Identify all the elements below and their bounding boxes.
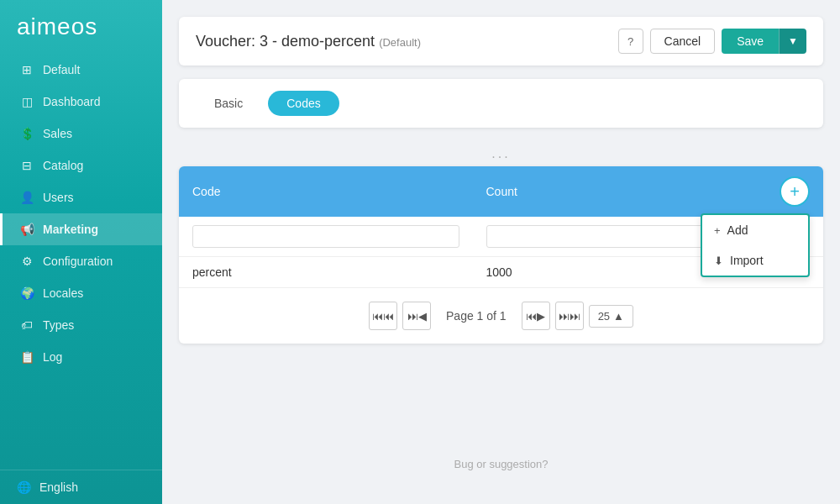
sidebar-nav: ⊞ Default ◫ Dashboard 💲 Sales ⊟ Catalog … xyxy=(0,54,162,470)
code-input[interactable] xyxy=(192,225,459,248)
dropdown-import-item[interactable]: ⬇ Import xyxy=(702,245,808,276)
last-page-button[interactable]: ⏭ xyxy=(555,302,584,330)
users-icon: 👤 xyxy=(19,191,34,204)
plus-icon: + xyxy=(714,224,721,237)
table-card: Code Count + + Add xyxy=(179,166,823,344)
tab-card: Basic Codes xyxy=(179,79,823,128)
pagination: ⏮ ◀ Page 1 of 1 ▶ ⏭ 25 ▲ xyxy=(179,288,823,344)
locales-icon: 🌍 xyxy=(19,286,34,300)
types-icon: 🏷 xyxy=(19,318,34,332)
col-header-count: Count xyxy=(473,166,767,217)
save-button[interactable]: Save xyxy=(722,29,779,54)
sidebar-item-types[interactable]: 🏷 Types xyxy=(0,309,162,341)
marketing-icon: 📢 xyxy=(19,223,34,236)
configuration-icon: ⚙ xyxy=(19,255,34,268)
next-page-button[interactable]: ▶ xyxy=(522,302,550,330)
prev-page-button[interactable]: ◀ xyxy=(402,302,431,330)
add-dropdown-menu: + Add ⬇ Import xyxy=(701,213,810,277)
tab-codes[interactable]: Codes xyxy=(268,91,339,116)
page-info: Page 1 of 1 xyxy=(436,309,517,323)
code-value-cell: percent xyxy=(179,257,473,288)
sidebar-item-log[interactable]: 📋 Log xyxy=(0,341,162,373)
catalog-icon: ⊟ xyxy=(19,159,34,172)
ellipsis: ... xyxy=(179,141,823,166)
add-btn-wrapper: + + Add ⬇ Import xyxy=(780,176,810,207)
import-icon: ⬇ xyxy=(714,255,723,267)
code-input-cell xyxy=(179,217,473,257)
main-content: Voucher: 3 - demo-percent (Default) ? Ca… xyxy=(162,0,840,504)
dropdown-add-item[interactable]: + Add xyxy=(702,215,808,245)
sidebar-item-default[interactable]: ⊞ Default xyxy=(0,54,162,86)
codes-table: Code Count + + Add xyxy=(179,166,823,288)
footer: Bug or suggestion? xyxy=(179,441,823,487)
sidebar-item-marketing[interactable]: 📢 Marketing xyxy=(0,213,162,245)
sidebar-item-users[interactable]: 👤 Users xyxy=(0,181,162,213)
language-icon: 🌐 xyxy=(17,480,31,494)
first-page-button[interactable]: ⏮ xyxy=(369,302,397,330)
save-caret-button[interactable]: ▼ xyxy=(779,29,806,54)
sidebar: aimeos ⊞ Default ◫ Dashboard 💲 Sales ⊟ C… xyxy=(0,0,162,504)
header-card: Voucher: 3 - demo-percent (Default) ? Ca… xyxy=(179,17,823,66)
grid-icon: ⊞ xyxy=(19,63,34,76)
page-size-selector[interactable]: 25 ▲ xyxy=(589,305,633,328)
cancel-button[interactable]: Cancel xyxy=(650,29,716,54)
log-icon: 📋 xyxy=(19,350,34,364)
sidebar-item-dashboard[interactable]: ◫ Dashboard xyxy=(0,86,162,118)
col-header-code: Code xyxy=(179,166,473,217)
dashboard-icon: ◫ xyxy=(19,95,34,108)
sidebar-item-sales[interactable]: 💲 Sales xyxy=(0,118,162,150)
add-circle-button[interactable]: + xyxy=(780,176,810,207)
page-title: Voucher: 3 - demo-percent (Default) xyxy=(196,33,421,50)
logo: aimeos xyxy=(0,0,162,54)
page-size-caret-icon: ▲ xyxy=(613,310,624,323)
tab-basic[interactable]: Basic xyxy=(196,91,261,116)
save-group: Save ▼ xyxy=(722,29,806,54)
help-button[interactable]: ? xyxy=(618,29,643,54)
col-header-action: + + Add ⬇ Import xyxy=(766,166,823,217)
sidebar-item-catalog[interactable]: ⊟ Catalog xyxy=(0,150,162,181)
sidebar-language[interactable]: 🌐 English xyxy=(0,470,162,504)
header-actions: ? Cancel Save ▼ xyxy=(618,29,806,54)
sidebar-item-locales[interactable]: 🌍 Locales xyxy=(0,277,162,309)
sidebar-item-configuration[interactable]: ⚙ Configuration xyxy=(0,245,162,277)
sales-icon: 💲 xyxy=(19,127,34,140)
